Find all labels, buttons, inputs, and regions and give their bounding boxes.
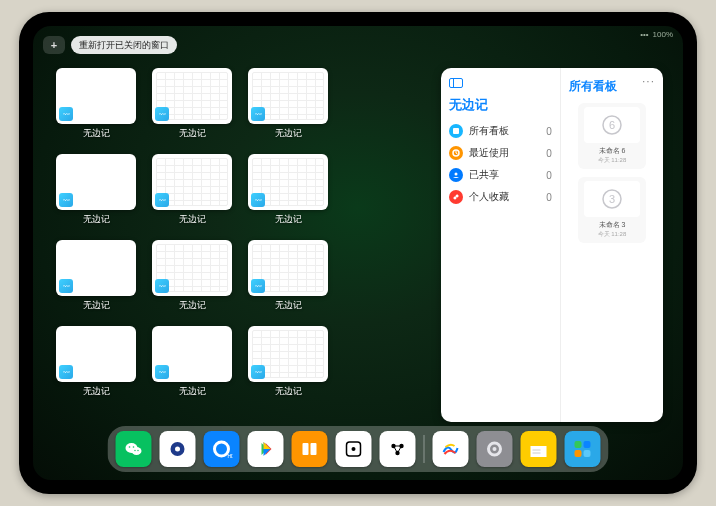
window-thumbnail[interactable]: 〰无边记	[53, 68, 139, 144]
window-thumbnail[interactable]: 〰无边记	[149, 240, 235, 316]
board-canvas: 6	[584, 107, 640, 143]
dock: HD	[108, 426, 609, 472]
freeform-app-icon: 〰	[251, 193, 265, 207]
freeform-sidebar: 无边记 所有看板0最近使用0已共享0个人收藏0	[441, 68, 561, 422]
dock-app-wechat[interactable]	[116, 431, 152, 467]
freeform-app-icon: 〰	[59, 193, 73, 207]
svg-point-16	[137, 450, 138, 451]
sidebar-item[interactable]: 所有看板0	[449, 124, 552, 138]
reopen-closed-window-button[interactable]: 重新打开已关闭的窗口	[71, 36, 177, 54]
freeform-main-window[interactable]: 无边记 所有看板0最近使用0已共享0个人收藏0 ··· 所有看板 6未命名 6今…	[441, 68, 663, 422]
svg-point-36	[493, 447, 497, 451]
svg-text:3: 3	[609, 193, 615, 205]
window-label: 无边记	[83, 385, 110, 398]
ipad-frame: ••• 100% + 重新打开已关闭的窗口 〰无边记〰无边记〰无边记〰无边记〰无…	[19, 12, 697, 494]
battery-indicator: 100%	[653, 30, 673, 39]
sidebar-item[interactable]: 个人收藏0	[449, 190, 552, 204]
window-thumbnail[interactable]: 〰无边记	[149, 154, 235, 230]
sidebar-item-icon	[449, 190, 463, 204]
sidebar-item-count: 0	[546, 126, 552, 137]
sidebar-item-count: 0	[546, 192, 552, 203]
window-label: 无边记	[179, 299, 206, 312]
window-label: 无边记	[275, 127, 302, 140]
sidebar-item-icon	[449, 146, 463, 160]
svg-rect-41	[575, 441, 582, 448]
sidebar-item-label: 已共享	[469, 168, 499, 182]
freeform-app-icon: 〰	[251, 279, 265, 293]
window-label: 无边记	[83, 299, 110, 312]
dock-separator	[424, 435, 425, 463]
dock-app-notes[interactable]	[521, 431, 557, 467]
sidebar-toggle-row[interactable]	[449, 78, 552, 88]
freeform-app-icon: 〰	[155, 279, 169, 293]
svg-rect-37	[531, 441, 547, 446]
freeform-board-list: ··· 所有看板 6未命名 6今天 11:283未命名 3今天 11:28	[561, 68, 663, 422]
svg-rect-42	[584, 441, 591, 448]
svg-point-15	[134, 450, 135, 451]
topbar: + 重新打开已关闭的窗口	[43, 36, 177, 54]
svg-text:HD: HD	[228, 453, 233, 459]
sidebar-item-icon	[449, 168, 463, 182]
board-thumbnail[interactable]: 6未命名 6今天 11:28	[578, 103, 646, 169]
sidebar-title: 无边记	[449, 96, 552, 114]
window-label: 无边记	[179, 385, 206, 398]
freeform-app-icon: 〰	[155, 193, 169, 207]
svg-text:6: 6	[609, 119, 615, 131]
svg-rect-2	[453, 128, 459, 134]
svg-rect-44	[584, 450, 591, 457]
svg-rect-25	[303, 443, 309, 455]
sidebar-item[interactable]: 最近使用0	[449, 146, 552, 160]
window-label: 无边记	[275, 299, 302, 312]
window-thumbnail[interactable]: 〰无边记	[245, 154, 331, 230]
window-label: 无边记	[179, 213, 206, 226]
more-button[interactable]: ···	[642, 74, 655, 88]
status-bar: ••• 100%	[640, 30, 673, 39]
new-window-button[interactable]: +	[43, 36, 65, 54]
sidebar-item-label: 所有看板	[469, 124, 509, 138]
sidebar-item-count: 0	[546, 148, 552, 159]
svg-rect-26	[311, 443, 317, 455]
dock-app-quark[interactable]	[160, 431, 196, 467]
window-thumbnail[interactable]: 〰无边记	[245, 326, 331, 402]
dock-app-settings[interactable]	[477, 431, 513, 467]
window-grid: 〰无边记〰无边记〰无边记〰无边记〰无边记〰无边记〰无边记〰无边记〰无边记〰无边记…	[53, 68, 427, 422]
sidebar-item[interactable]: 已共享0	[449, 168, 552, 182]
sidebar-item-label: 个人收藏	[469, 190, 509, 204]
sidebar-icon	[449, 78, 463, 88]
freeform-app-icon: 〰	[155, 107, 169, 121]
dock-app-books[interactable]	[292, 431, 328, 467]
window-thumbnail[interactable]: 〰无边记	[53, 240, 139, 316]
svg-rect-43	[575, 450, 582, 457]
window-thumbnail[interactable]: 〰无边记	[245, 68, 331, 144]
app-expose-overview: 〰无边记〰无边记〰无边记〰无边记〰无边记〰无边记〰无边记〰无边记〰无边记〰无边记…	[53, 68, 663, 422]
freeform-app-icon: 〰	[251, 365, 265, 379]
dock-app-dice[interactable]	[336, 431, 372, 467]
svg-point-13	[129, 446, 131, 448]
svg-rect-0	[450, 79, 463, 88]
freeform-app-icon: 〰	[59, 365, 73, 379]
sidebar-item-count: 0	[546, 170, 552, 181]
board-time: 今天 11:28	[598, 156, 627, 165]
svg-marker-24	[264, 442, 271, 449]
svg-line-5	[456, 153, 458, 154]
sidebar-item-icon	[449, 124, 463, 138]
svg-line-34	[398, 446, 402, 453]
dock-app-browser-hd[interactable]: HD	[204, 431, 240, 467]
window-thumbnail[interactable]: 〰无边记	[149, 68, 235, 144]
window-thumbnail[interactable]: 〰无边记	[53, 154, 139, 230]
dock-app-play[interactable]	[248, 431, 284, 467]
board-name: 未命名 6	[599, 146, 626, 156]
window-thumbnail[interactable]: 〰无边记	[149, 326, 235, 402]
dock-app-contacts-alt[interactable]	[380, 431, 416, 467]
screen: ••• 100% + 重新打开已关闭的窗口 〰无边记〰无边记〰无边记〰无边记〰无…	[33, 26, 683, 480]
window-label: 无边记	[83, 213, 110, 226]
window-label: 无边记	[275, 213, 302, 226]
signal-indicator: •••	[640, 30, 648, 39]
dock-app-app-library[interactable]	[565, 431, 601, 467]
freeform-app-icon: 〰	[155, 365, 169, 379]
svg-point-6	[455, 173, 458, 176]
window-thumbnail[interactable]: 〰无边记	[245, 240, 331, 316]
board-thumbnail[interactable]: 3未命名 3今天 11:28	[578, 177, 646, 243]
window-thumbnail[interactable]: 〰无边记	[53, 326, 139, 402]
dock-app-freeform[interactable]	[433, 431, 469, 467]
